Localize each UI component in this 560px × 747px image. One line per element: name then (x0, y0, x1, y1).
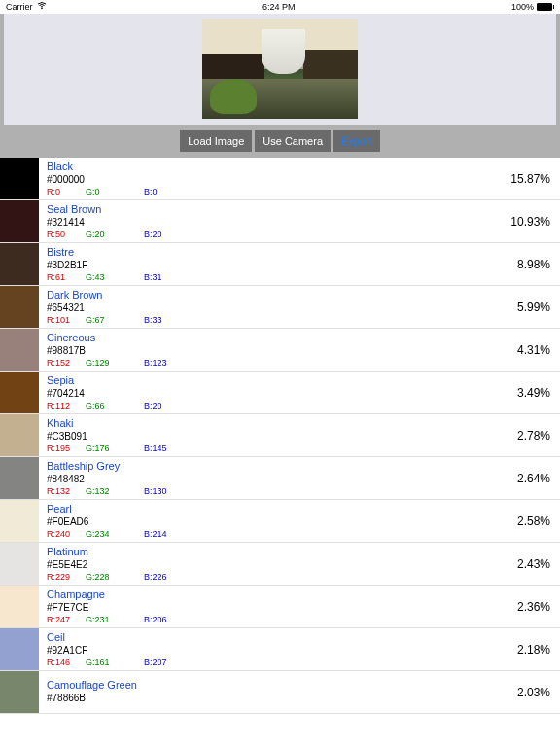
b-value: B:20 (144, 230, 162, 239)
g-value: G:176 (86, 444, 144, 453)
color-list[interactable]: Black#000000R:0G:0B:015.87%Seal Brown#32… (0, 158, 560, 714)
color-name: Khaki (47, 417, 554, 429)
color-swatch (0, 200, 39, 242)
color-percent: 2.58% (517, 515, 550, 528)
color-percent: 2.78% (517, 429, 550, 443)
color-row[interactable]: Platinum#E5E4E2R:229G:228B:2262.43% (0, 543, 560, 586)
g-value: G:20 (86, 230, 144, 239)
color-rgb: R:50G:20B:20 (47, 230, 554, 239)
color-rgb: R:229G:228B:226 (47, 572, 554, 582)
color-row[interactable]: Bistre#3D2B1FR:61G:43B:318.98% (0, 243, 560, 286)
load-image-button[interactable]: Load Image (180, 130, 252, 152)
r-value: R:112 (47, 401, 86, 410)
color-row[interactable]: Dark Brown#654321R:101G:67B:335.99% (0, 286, 560, 329)
color-name: Battleship Grey (47, 460, 554, 472)
r-value: R:50 (47, 230, 86, 239)
color-rgb: R:61G:43B:31 (47, 272, 554, 282)
color-name: Champagne (47, 588, 554, 600)
color-name: Sepia (47, 374, 554, 386)
g-value: G:67 (86, 315, 144, 325)
color-row[interactable]: Camouflage Green#78866B2.03% (0, 671, 560, 714)
color-rgb: R:112G:66B:20 (47, 401, 554, 410)
color-hex: #F0EAD6 (47, 516, 554, 527)
color-info: Black#000000R:0G:0B:0 (39, 158, 560, 199)
b-value: B:33 (144, 315, 162, 325)
color-row[interactable]: Ceil#92A1CFR:146G:161B:2072.18% (0, 628, 560, 671)
b-value: B:31 (144, 272, 162, 282)
color-row[interactable]: Black#000000R:0G:0B:015.87% (0, 158, 560, 200)
color-hex: #C3B091 (47, 431, 554, 442)
r-value: R:247 (47, 615, 86, 624)
color-name: Cinereous (47, 332, 554, 343)
color-hex: #000000 (47, 174, 554, 185)
color-name: Seal Brown (47, 203, 554, 215)
status-left: Carrier (6, 2, 47, 12)
color-rgb: R:152G:129B:123 (47, 358, 554, 368)
g-value: G:66 (86, 401, 144, 410)
color-rgb: R:101G:67B:33 (47, 315, 554, 325)
carrier-label: Carrier (6, 2, 33, 12)
color-rgb: R:132G:132B:130 (47, 486, 554, 496)
status-time: 6:24 PM (262, 2, 296, 12)
color-percent: 2.18% (517, 643, 550, 657)
color-hex: #3D2B1F (47, 260, 554, 270)
color-percent: 4.31% (517, 343, 550, 357)
color-info: Sepia#704214R:112G:66B:20 (39, 372, 560, 413)
color-name: Pearl (47, 503, 554, 515)
color-swatch (0, 457, 39, 499)
color-swatch (0, 329, 39, 371)
r-value: R:229 (47, 572, 86, 582)
color-percent: 15.87% (510, 172, 550, 186)
color-name: Platinum (47, 546, 554, 557)
r-value: R:0 (47, 187, 86, 196)
color-rgb: R:195G:176B:145 (47, 444, 554, 453)
color-percent: 2.43% (517, 557, 550, 571)
battery-label: 100% (511, 2, 534, 12)
color-swatch (0, 158, 39, 199)
color-row[interactable]: Cinereous#98817BR:152G:129B:1234.31% (0, 329, 560, 372)
color-swatch (0, 671, 39, 713)
color-rgb: R:146G:161B:207 (47, 658, 554, 667)
color-row[interactable]: Champagne#F7E7CER:247G:231B:2062.36% (0, 586, 560, 628)
preview-image[interactable] (202, 19, 358, 119)
color-rgb: R:247G:231B:206 (47, 615, 554, 624)
color-info: Cinereous#98817BR:152G:129B:123 (39, 329, 560, 371)
use-camera-button[interactable]: Use Camera (255, 130, 331, 152)
color-percent: 2.03% (517, 686, 550, 699)
color-row[interactable]: Khaki#C3B091R:195G:176B:1452.78% (0, 414, 560, 457)
color-percent: 8.98% (517, 258, 550, 271)
color-hex: #98817B (47, 345, 554, 356)
g-value: G:161 (86, 658, 144, 667)
color-swatch (0, 243, 39, 285)
button-row: Load Image Use Camera Export (4, 130, 556, 152)
svg-point-0 (41, 8, 43, 10)
r-value: R:152 (47, 358, 86, 368)
color-percent: 5.99% (517, 301, 550, 314)
r-value: R:101 (47, 315, 86, 325)
r-value: R:61 (47, 272, 86, 282)
color-swatch (0, 543, 39, 585)
g-value: G:228 (86, 572, 144, 582)
b-value: B:145 (144, 444, 167, 453)
color-info: Ceil#92A1CFR:146G:161B:207 (39, 628, 560, 670)
color-hex: #E5E4E2 (47, 559, 554, 570)
g-value: G:129 (86, 358, 144, 368)
color-row[interactable]: Seal Brown#321414R:50G:20B:2010.93% (0, 200, 560, 243)
color-info: Pearl#F0EAD6R:240G:234B:214 (39, 500, 560, 542)
g-value: G:43 (86, 272, 144, 282)
color-row[interactable]: Battleship Grey#848482R:132G:132B:1302.6… (0, 457, 560, 500)
b-value: B:207 (144, 658, 167, 667)
color-row[interactable]: Pearl#F0EAD6R:240G:234B:2142.58% (0, 500, 560, 543)
b-value: B:123 (144, 358, 167, 368)
b-value: B:206 (144, 615, 167, 624)
color-hex: #704214 (47, 388, 554, 399)
color-info: Khaki#C3B091R:195G:176B:145 (39, 414, 560, 456)
status-right: 100% (511, 2, 554, 12)
r-value: R:146 (47, 658, 86, 667)
g-value: G:231 (86, 615, 144, 624)
export-button[interactable]: Export (333, 130, 380, 152)
color-row[interactable]: Sepia#704214R:112G:66B:203.49% (0, 372, 560, 414)
color-rgb: R:240G:234B:214 (47, 529, 554, 539)
color-hex: #848482 (47, 474, 554, 484)
color-percent: 2.36% (517, 600, 550, 614)
